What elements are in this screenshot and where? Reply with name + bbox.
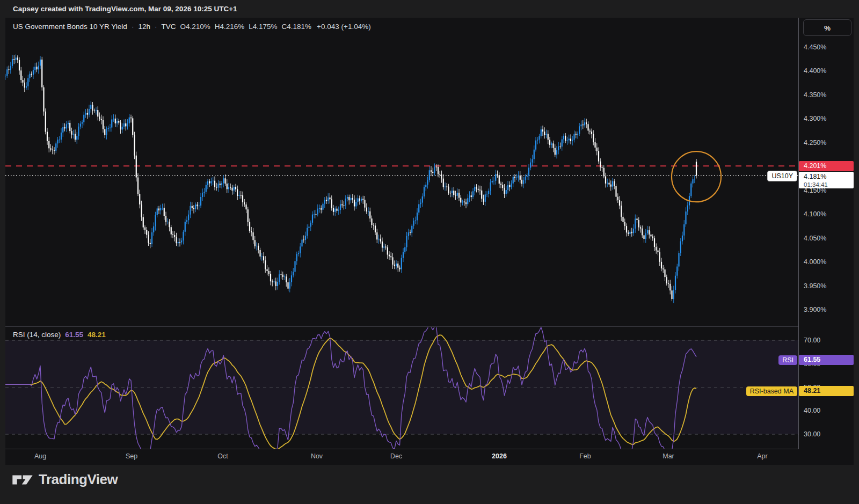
ohlc-close: C4.181%	[282, 23, 312, 31]
bar-countdown: 01:34:41	[804, 181, 854, 189]
price-tick: 4.300%	[804, 114, 826, 123]
legend-separator: ·	[132, 23, 134, 31]
time-axis-label: Nov	[311, 452, 323, 460]
rsi-ma-legend-value: 48.21	[88, 331, 106, 339]
time-axis-label: Dec	[390, 452, 402, 460]
attribution-bar: Capsey created with TradingView.com, Mar…	[0, 0, 859, 18]
ohlc-low: L4.175%	[249, 23, 277, 31]
rsi-value-label: 61.55	[799, 355, 854, 365]
symbol-title[interactable]: US Government Bonds 10 YR Yield	[13, 23, 127, 31]
symbol-price-flag: US10Y	[767, 171, 797, 181]
price-scale[interactable]: % 4.201% 4.181% 01:34:41 61.55 48.21 4.4…	[799, 18, 854, 465]
price-tick: 4.000%	[804, 258, 826, 266]
price-tick: 4.250%	[804, 138, 826, 147]
rsi-tick: 30.00	[804, 430, 820, 439]
price-tick: 3.950%	[804, 282, 826, 290]
scale-unit-button[interactable]: %	[803, 19, 851, 36]
time-axis-label: Oct	[217, 452, 228, 460]
exchange-label[interactable]: TVC	[161, 23, 176, 31]
last-price-label: 4.181% 01:34:41	[799, 172, 854, 188]
legend-separator: ·	[155, 23, 157, 31]
time-axis-label: Feb	[579, 452, 591, 460]
time-axis-label: Mar	[663, 452, 674, 460]
attribution-text: Capsey created with TradingView.com, Mar…	[13, 0, 237, 18]
rsi-ma-value-label: 48.21	[799, 386, 854, 396]
price-legend: US Government Bonds 10 YR Yield · 12h · …	[13, 23, 371, 31]
time-axis-label: 2026	[492, 452, 507, 460]
rsi-tick: 70.00	[804, 336, 820, 345]
time-axis-label: Aug	[34, 452, 46, 460]
ohlc-open: O4.210%	[180, 23, 210, 31]
price-tick: 3.900%	[804, 305, 826, 314]
price-change: +0.043 (+1.04%)	[317, 23, 371, 31]
tradingview-logo-icon	[12, 472, 33, 488]
rsi-chart-canvas[interactable]	[5, 327, 798, 449]
price-tick: 4.400%	[804, 67, 826, 75]
ohlc-high: H4.216%	[215, 23, 245, 31]
time-scale[interactable]: AugSepOctNovDec2026FebMarApr	[5, 449, 854, 465]
price-tick: 4.050%	[804, 234, 826, 243]
rsi-legend-value: 61.55	[65, 331, 83, 339]
price-chart-canvas[interactable]	[5, 18, 798, 326]
rsi-ma-line-flag: RSI-based MA	[746, 386, 797, 396]
rsi-tick: 40.00	[804, 406, 820, 415]
tradingview-logo[interactable]: TradingView	[12, 471, 118, 488]
footer-bar: TradingView	[0, 465, 859, 504]
time-axis-label: Sep	[126, 452, 137, 460]
tradingview-logo-text: TradingView	[39, 471, 118, 488]
rsi-legend-title[interactable]: RSI (14, close)	[13, 331, 61, 339]
time-axis-label: Apr	[757, 452, 767, 460]
rsi-legend: RSI (14, close) 61.55 48.21	[13, 331, 106, 339]
price-tick: 4.100%	[804, 210, 826, 218]
price-tick: 4.350%	[804, 91, 826, 99]
alert-price-label[interactable]: 4.201%	[799, 161, 854, 171]
chart-widget: US Government Bonds 10 YR Yield · 12h · …	[5, 18, 854, 465]
pane-separator[interactable]	[5, 326, 854, 327]
price-tick: 4.450%	[804, 43, 826, 52]
interval-label[interactable]: 12h	[138, 23, 150, 31]
last-price-value: 4.181%	[804, 173, 854, 181]
rsi-line-flag: RSI	[778, 355, 797, 365]
